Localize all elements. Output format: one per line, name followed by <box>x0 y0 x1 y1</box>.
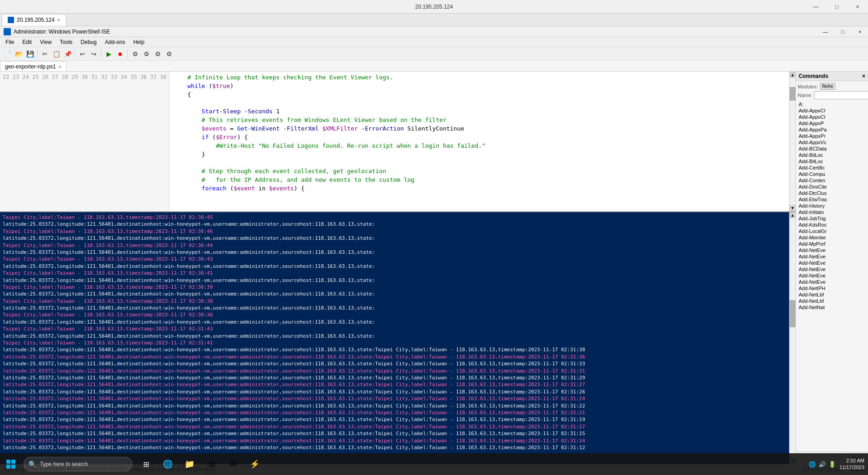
powershell-icon[interactable]: ⚡ <box>245 454 265 474</box>
maximize-btn[interactable]: □ <box>826 0 847 14</box>
command-item[interactable]: Add-NetEve <box>798 266 866 272</box>
tb-dbg1[interactable]: ⚙ <box>130 48 141 59</box>
command-item[interactable]: Add-BitLoc <box>798 152 866 158</box>
tb-cut[interactable]: ✂ <box>39 48 50 59</box>
menu-file[interactable]: File <box>2 37 18 47</box>
menu-addons[interactable]: Add-ons <box>101 37 129 47</box>
script-tab[interactable]: geo-exporter-rdp.ps1 × <box>0 61 67 71</box>
tb-new[interactable]: 📄 <box>2 48 13 59</box>
store-icon[interactable]: 🛍 <box>201 454 221 474</box>
editor-scrollbar[interactable]: ▲ ▼ <box>789 72 795 211</box>
rdp-tab-close[interactable]: × <box>57 17 60 23</box>
ise-menu-bar: File Edit View Tools Debug Add-ons Help <box>0 37 868 47</box>
command-item[interactable]: Add-MpPref <box>798 241 866 247</box>
name-input[interactable] <box>814 91 868 99</box>
menu-view[interactable]: View <box>36 37 55 47</box>
tb-stop[interactable]: ■ <box>115 48 126 59</box>
command-item[interactable]: Add-Compu <box>798 171 866 177</box>
line-numbers: 22 23 24 25 26 27 28 29 30 31 32 33 34 3… <box>0 72 170 211</box>
volume-icon[interactable]: 🔊 <box>819 461 826 468</box>
command-item[interactable]: A: <box>798 101 866 107</box>
menu-edit[interactable]: Edit <box>19 37 35 47</box>
commands-panel: Commands × Modules: Refre Name: A:Add-Ap… <box>795 72 868 464</box>
menu-tools[interactable]: Tools <box>56 37 76 47</box>
network-icon[interactable]: 🌐 <box>809 461 816 468</box>
script-tab-close[interactable]: × <box>58 64 61 69</box>
command-item[interactable]: Add-AppvCl <box>798 114 866 120</box>
tb-dbg4[interactable]: ⚙ <box>164 48 175 59</box>
mail-app-icon: ✉ <box>230 459 237 469</box>
command-item[interactable]: Add-BitLoc <box>798 158 866 165</box>
refresh-btn[interactable]: Refre <box>820 83 835 90</box>
menu-debug[interactable]: Debug <box>77 37 100 47</box>
svg-rect-2 <box>6 465 10 469</box>
command-item[interactable]: Add-AppxVc <box>798 139 866 145</box>
tb-undo[interactable]: ↩ <box>77 48 88 59</box>
command-item[interactable]: Add-AppvCl <box>798 107 866 114</box>
tb-run[interactable]: ▶ <box>103 48 114 59</box>
tb-save[interactable]: 💾 <box>24 48 35 59</box>
ise-maximize-btn[interactable]: □ <box>834 26 851 37</box>
command-item[interactable]: Add-JobTrig <box>798 215 866 222</box>
command-item[interactable]: Add-AppxPr <box>798 133 866 139</box>
command-item[interactable]: Add-History <box>798 203 866 209</box>
rdp-tab[interactable]: 20.195.205.124 × <box>2 14 66 26</box>
tb-dbg3[interactable]: ⚙ <box>152 48 163 59</box>
command-item[interactable]: Add-Membe <box>798 234 866 241</box>
tb-sep1 <box>37 49 38 58</box>
scroll-down-btn[interactable]: ▼ <box>790 205 796 211</box>
tb-redo[interactable]: ↪ <box>88 48 99 59</box>
commands-panel-close[interactable]: × <box>862 73 865 79</box>
command-item[interactable]: Add-NetIPH <box>798 285 866 291</box>
command-item[interactable]: Add-Certific <box>798 165 866 171</box>
console-scroll-up[interactable]: ▲ <box>790 212 796 218</box>
command-item[interactable]: Add-LocalGr <box>798 228 866 234</box>
command-item[interactable]: Add-EtwTrac <box>798 196 866 203</box>
scroll-track[interactable] <box>790 78 796 205</box>
command-item[interactable]: Add-NetEve <box>798 279 866 285</box>
mail-icon[interactable]: ✉ <box>223 454 243 474</box>
command-item[interactable]: Add-NetLbf <box>798 298 866 304</box>
file-explorer-icon[interactable]: 📁 <box>179 454 199 474</box>
command-item[interactable]: Add-BCData <box>798 145 866 152</box>
command-item[interactable]: Add-Conten <box>798 177 866 184</box>
tb-open[interactable]: 📂 <box>13 48 24 59</box>
command-item[interactable]: Add-NetEve <box>798 260 866 266</box>
command-item[interactable]: Add-KdsRoc <box>798 222 866 228</box>
console-scroll-track[interactable] <box>790 218 796 458</box>
command-item[interactable]: Add-NetNat <box>798 304 866 310</box>
command-item[interactable]: Add-NetLbf <box>798 291 866 298</box>
command-item[interactable]: Add-AppxPa <box>798 126 866 133</box>
scroll-thumb[interactable] <box>790 87 796 101</box>
battery-icon[interactable]: 🔋 <box>829 461 836 468</box>
code-content[interactable]: # Infinite Loop that keeps checking the … <box>170 72 789 211</box>
command-item[interactable]: Add-DtcClus <box>798 190 866 196</box>
ise-minimize-btn[interactable]: — <box>817 26 834 37</box>
minimize-btn[interactable]: — <box>805 0 826 14</box>
start-button[interactable] <box>0 453 22 475</box>
edge-icon[interactable]: 🌐 <box>158 454 178 474</box>
console-scrollbar[interactable]: ▲ ▼ <box>789 212 795 464</box>
close-btn[interactable]: × <box>847 0 868 14</box>
svg-rect-3 <box>11 465 15 469</box>
command-item[interactable]: Add-NetEve <box>798 272 866 279</box>
commands-panel-body: Modules: Refre Name: A:Add-AppvClAdd-App… <box>796 81 868 451</box>
command-item[interactable]: Add-DnsClie <box>798 184 866 190</box>
console-scroll-thumb[interactable] <box>790 300 796 327</box>
tb-dbg2[interactable]: ⚙ <box>141 48 152 59</box>
command-item[interactable]: Add-NetEve <box>798 253 866 260</box>
scroll-up-btn[interactable]: ▲ <box>790 72 796 78</box>
ise-close-btn[interactable]: × <box>852 26 868 37</box>
command-item[interactable]: Add-Initiato <box>798 209 866 215</box>
tb-paste[interactable]: 📌 <box>62 48 73 59</box>
command-item[interactable]: Add-AppvP <box>798 120 866 126</box>
tray-clock[interactable]: 2:32 AM 11/17/2023 <box>839 457 864 471</box>
taskbar-search-box[interactable]: 🔍 Type here to search <box>24 457 132 471</box>
tb-sep3 <box>101 49 102 58</box>
command-item[interactable]: Add-NetEve <box>798 247 866 253</box>
menu-help[interactable]: Help <box>130 37 148 47</box>
tb-copy[interactable]: 📋 <box>51 48 62 59</box>
code-editor[interactable]: 22 23 24 25 26 27 28 29 30 31 32 33 34 3… <box>0 72 795 211</box>
console-pane[interactable]: Taipei City,label:Taiwan - 118.163.63.13… <box>0 212 789 464</box>
task-view-btn[interactable]: ⊞ <box>136 454 156 474</box>
